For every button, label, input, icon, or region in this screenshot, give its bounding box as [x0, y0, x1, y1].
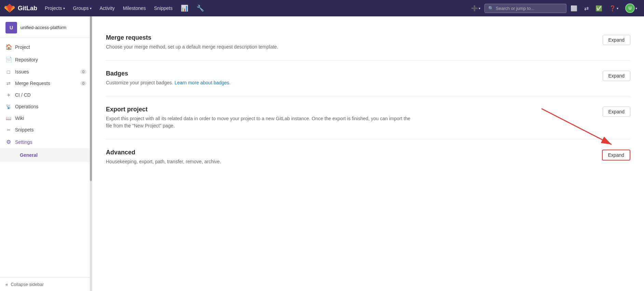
nav-chart-icon[interactable]: 📊 [177, 2, 192, 14]
nav-projects[interactable]: Projects ▾ [41, 3, 68, 13]
search-icon: 🔍 [488, 6, 494, 11]
app-layout: U unified-access-platform 🏠 Project 📄 Re… [0, 16, 644, 291]
collapse-icon: « [5, 282, 8, 287]
section-merge-requests-title: Merge requests [106, 34, 596, 41]
section-export-content: Export project Export this project with … [106, 106, 596, 129]
search-input[interactable] [496, 6, 563, 11]
ci-cd-icon: ✈ [5, 93, 12, 98]
merge-requests-icon-btn[interactable]: ⇄ [581, 3, 591, 14]
sidebar-item-operations[interactable]: 📡 Operations [0, 101, 92, 112]
sidebar-nav: 🏠 Project 📄 Repository ◻ Issues 0 ⇄ Merg… [0, 38, 92, 277]
collapse-label: Collapse sidebar [11, 282, 44, 287]
section-badges-desc: Customize your project badges. Learn mor… [106, 79, 413, 86]
collapse-sidebar-btn[interactable]: « Collapse sidebar [0, 277, 92, 291]
issues-icon-btn[interactable]: ⬜ [568, 3, 580, 14]
sidebar-nav-subnav: General [0, 148, 92, 162]
sidebar-item-repository[interactable]: 📄 Repository [0, 53, 92, 66]
export-expand-btn[interactable]: Expand [603, 107, 630, 117]
project-icon: 🏠 [5, 44, 12, 50]
sidebar-project-avatar: U [5, 22, 17, 33]
sidebar-item-label-wiki: Wiki [15, 115, 24, 121]
sidebar-item-wiki[interactable]: 📖 Wiki [0, 112, 92, 124]
section-advanced-content: Advanced Housekeeping, export, path, tra… [106, 149, 595, 165]
sidebar-item-issues[interactable]: ◻ Issues 0 [0, 66, 92, 78]
advanced-expand-btn[interactable]: Expand [602, 150, 630, 161]
nav-wrench-icon[interactable]: 🔧 [193, 2, 207, 14]
section-advanced-desc: Housekeeping, export, path, transfer, re… [106, 158, 413, 165]
sidebar-item-label-project: Project [15, 44, 30, 50]
search-bar[interactable]: 🔍 [484, 4, 566, 13]
issues-badge: 0 [80, 69, 86, 74]
sidebar-scrollbar-track[interactable] [90, 16, 92, 291]
section-badges-title: Badges [106, 70, 596, 77]
merge-requests-expand-btn[interactable]: Expand [603, 35, 630, 45]
sidebar-item-label-settings: Settings [15, 139, 32, 145]
issues-icon: ◻ [5, 69, 12, 74]
sidebar-subitem-general[interactable]: General [14, 150, 92, 161]
section-badges-content: Badges Customize your project badges. Le… [106, 70, 596, 86]
sidebar-item-merge-requests[interactable]: ⇄ Merge Requests 0 [0, 78, 92, 89]
section-export-desc: Export this project with all its related… [106, 115, 413, 129]
sidebar-item-settings[interactable]: ⚙ Settings [0, 136, 92, 148]
badges-learn-more-link[interactable]: Learn more about badges. [175, 80, 231, 85]
settings-icon: ⚙ [5, 139, 12, 145]
user-avatar-btn[interactable]: U ▾ [622, 1, 640, 15]
avatar: U [625, 3, 635, 13]
sidebar-item-label-snippets: Snippets [15, 127, 33, 133]
section-advanced-title: Advanced [106, 149, 595, 156]
sidebar-project-name: unified-access-platform [20, 25, 66, 31]
merge-requests-icon: ⇄ [5, 81, 12, 86]
topnav: GitLab Projects ▾ Groups ▾ Activity Mile… [0, 0, 644, 16]
nav-milestones[interactable]: Milestones [120, 3, 149, 13]
repository-icon: 📄 [5, 56, 12, 63]
sidebar-item-snippets[interactable]: ✂ Snippets [0, 124, 92, 136]
sidebar-item-project[interactable]: 🏠 Project [0, 41, 92, 53]
section-badges: Badges Customize your project badges. Le… [106, 60, 630, 96]
section-merge-requests-content: Merge requests Choose your merge method,… [106, 34, 596, 51]
sidebar-scrollbar-thumb[interactable] [90, 16, 92, 181]
section-export-title: Export project [106, 106, 596, 113]
main-content: Merge requests Choose your merge method,… [92, 16, 644, 291]
sidebar-item-label-repository: Repository [15, 57, 38, 63]
sidebar: U unified-access-platform 🏠 Project 📄 Re… [0, 16, 92, 291]
sidebar-item-label-merge-requests: Merge Requests [15, 81, 50, 86]
help-btn[interactable]: ❓ ▾ [606, 3, 621, 14]
new-item-btn[interactable]: ➕ ▾ [468, 3, 483, 14]
section-merge-requests-desc: Choose your merge method, set up a defau… [106, 43, 413, 51]
operations-icon: 📡 [5, 104, 12, 109]
sidebar-item-label-operations: Operations [15, 104, 38, 109]
gitlab-wordmark: GitLab [18, 5, 37, 12]
gitlab-logo[interactable]: GitLab [4, 3, 37, 14]
nav-snippets[interactable]: Snippets [151, 3, 176, 13]
nav-groups[interactable]: Groups ▾ [70, 3, 95, 13]
sidebar-item-ci-cd[interactable]: ✈ CI / CD [0, 89, 92, 101]
section-export-project: Export project Export this project with … [106, 96, 630, 139]
badges-expand-btn[interactable]: Expand [603, 71, 630, 81]
sidebar-item-label-ci-cd: CI / CD [15, 92, 31, 98]
nav-activity[interactable]: Activity [96, 3, 118, 13]
section-merge-requests: Merge requests Choose your merge method,… [106, 25, 630, 60]
sidebar-header: U unified-access-platform [0, 16, 92, 38]
wiki-icon: 📖 [5, 116, 12, 121]
todo-icon-btn[interactable]: ✅ [593, 3, 605, 14]
merge-requests-badge: 0 [80, 81, 86, 86]
section-advanced: Advanced Housekeeping, export, path, tra… [106, 139, 630, 175]
groups-chevron-icon: ▾ [90, 6, 92, 10]
snippets-icon: ✂ [5, 127, 12, 133]
sidebar-item-label-issues: Issues [15, 69, 29, 74]
projects-chevron-icon: ▾ [63, 6, 65, 10]
